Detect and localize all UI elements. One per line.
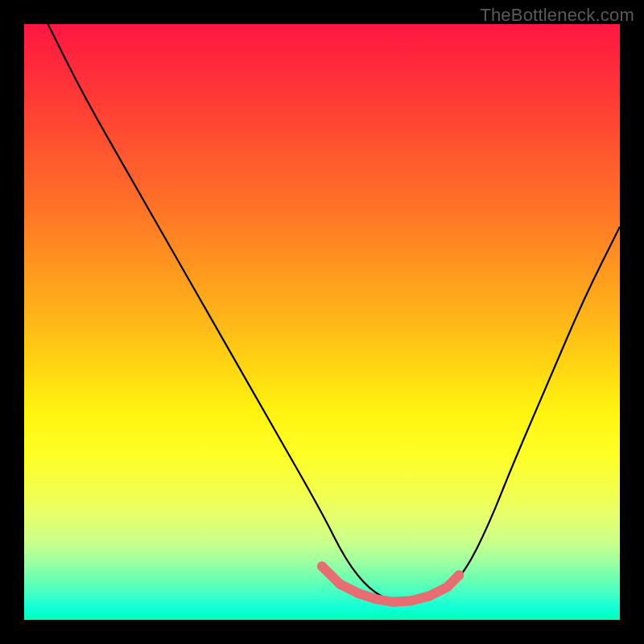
- valley-marker: [442, 582, 452, 592]
- valley-marker: [389, 597, 398, 607]
- valley-marker: [353, 588, 362, 598]
- valley-marker: [424, 591, 434, 601]
- valley-marker: [454, 571, 464, 580]
- valley-marker: [335, 580, 345, 589]
- valley-marker: [371, 594, 381, 604]
- plot-area: [24, 24, 620, 620]
- valley-marker: [407, 596, 416, 605]
- valley-marker-group: [317, 561, 464, 606]
- curve-layer: [24, 24, 620, 620]
- watermark-text: TheBottleneck.com: [480, 5, 634, 26]
- valley-marker: [317, 561, 327, 571]
- bottleneck-curve-path: [48, 24, 620, 602]
- bottleneck-chart: TheBottleneck.com: [0, 0, 644, 644]
